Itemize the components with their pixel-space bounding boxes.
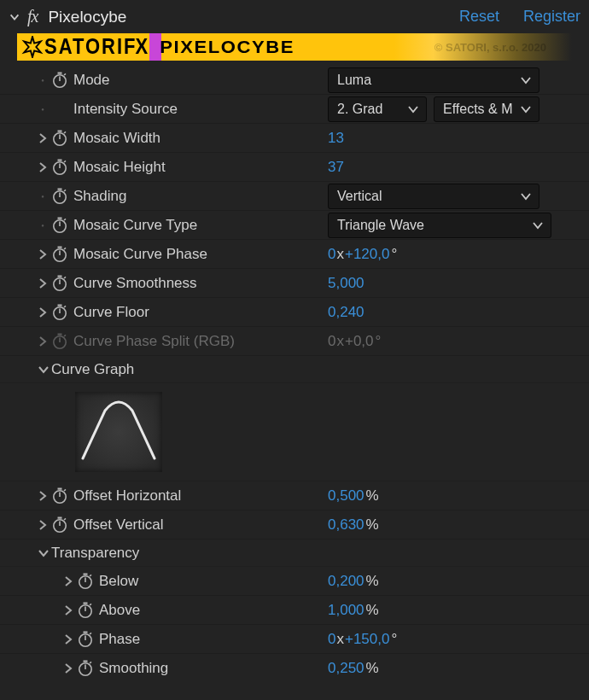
prop-curve-floor: Curve Floor 0,240: [0, 298, 589, 327]
stopwatch-icon[interactable]: [75, 572, 96, 591]
prop-label: Curve Floor: [70, 304, 149, 321]
prop-mosaic-curve-type: ● Mosaic Curve Type Triangle Wave: [0, 211, 589, 240]
intensity-layer-select[interactable]: 2. Grad: [328, 96, 427, 122]
prop-mosaic-curve-phase: Mosaic Curve Phase 0 x +120,0 °: [0, 240, 589, 269]
curve-graph: [75, 392, 162, 472]
intensity-scope-select[interactable]: Effects & M: [434, 96, 539, 122]
curve-type-select[interactable]: Triangle Wave: [328, 213, 551, 238]
banner-copyright: © SATORI, s.r.o. 2020: [434, 41, 546, 54]
value-rev[interactable]: 0: [328, 631, 335, 648]
prop-smoothing: Smoothing 0,250 %: [0, 654, 589, 683]
stopwatch-icon[interactable]: [50, 487, 70, 505]
dot-icon: ●: [36, 78, 50, 83]
stopwatch-icon[interactable]: [50, 187, 70, 206]
mode-select[interactable]: Luma: [328, 67, 539, 93]
prop-shading: ● Shading Vertical: [0, 182, 589, 211]
value-deg[interactable]: +120,0: [345, 246, 389, 263]
value-input[interactable]: 0,250: [328, 660, 364, 677]
unit-degree: °: [391, 631, 397, 648]
stopwatch-icon[interactable]: [75, 601, 96, 620]
prop-intensity-source: ● Intensity Source 2. Grad Effects & M: [0, 95, 589, 124]
value-input[interactable]: 37: [328, 159, 344, 176]
dot-icon: ●: [36, 223, 50, 228]
twirl-icon[interactable]: [36, 277, 50, 290]
twirl-icon[interactable]: [36, 518, 50, 532]
reset-link[interactable]: Reset: [459, 8, 499, 26]
prop-label: Intensity Source: [70, 101, 178, 118]
twirl-icon[interactable]: [61, 575, 75, 588]
prop-label: Curve Phase Split (RGB): [70, 333, 235, 350]
effect-header: fx Pixelocybe Reset Register: [0, 3, 589, 33]
value-input[interactable]: 1,000: [328, 602, 364, 619]
twirl-down-icon[interactable]: [36, 363, 50, 376]
twirl-icon[interactable]: [36, 335, 50, 348]
twirl-icon[interactable]: [61, 662, 75, 675]
prop-curve-phase-split: Curve Phase Split (RGB) 0 x +0,0 °: [0, 327, 589, 356]
twirl-icon[interactable]: [36, 306, 50, 319]
group-label: Transparency: [50, 545, 139, 562]
twirl-icon[interactable]: [61, 633, 75, 646]
value-input[interactable]: 0,630: [328, 516, 364, 534]
star-icon: [20, 35, 44, 59]
prop-label: Offset Vertical: [70, 516, 164, 534]
value-input[interactable]: 0,500: [328, 487, 364, 505]
unit-percent: %: [366, 573, 379, 590]
stopwatch-icon[interactable]: [75, 630, 96, 649]
register-link[interactable]: Register: [523, 8, 580, 26]
value-input[interactable]: 13: [328, 130, 344, 147]
stopwatch-icon: [50, 332, 70, 351]
fx-icon: fx: [27, 7, 41, 26]
value-sep: x: [336, 246, 344, 263]
value-deg[interactable]: +150,0: [345, 631, 389, 648]
prop-mode: ● Mode Luma: [0, 66, 589, 95]
prop-mosaic-width: Mosaic Width 13: [0, 124, 589, 153]
plugin-banner: SATORIFX PIXELOCYBE © SATORI, s.r.o. 202…: [17, 33, 572, 61]
stopwatch-icon[interactable]: [50, 129, 70, 148]
banner-brand: SATORIFX: [44, 34, 148, 60]
dot-icon: ●: [36, 107, 50, 112]
stopwatch-icon[interactable]: [50, 245, 70, 264]
banner-product: PIXELOCYBE: [160, 37, 294, 57]
twirl-icon[interactable]: [36, 131, 50, 145]
effect-panel: fx Pixelocybe Reset Register SATORIFX PI…: [0, 0, 589, 686]
curve-graph-container: [0, 383, 589, 481]
twirl-icon[interactable]: [36, 248, 50, 261]
stopwatch-icon[interactable]: [75, 659, 96, 678]
stopwatch-icon[interactable]: [50, 216, 70, 235]
stopwatch-icon[interactable]: [50, 158, 70, 177]
prop-below: Below 0,200 %: [0, 567, 589, 596]
prop-phase: Phase 0 x +150,0 °: [0, 625, 589, 654]
prop-above: Above 1,000 %: [0, 596, 589, 625]
twirl-icon[interactable]: [61, 604, 75, 617]
stopwatch-icon[interactable]: [50, 274, 70, 293]
value-input[interactable]: 5,000: [328, 275, 364, 292]
prop-label: Mosaic Width: [70, 130, 160, 147]
effect-collapse-toggle[interactable]: [9, 10, 20, 24]
value-input[interactable]: 0,200: [328, 573, 364, 590]
prop-label: Offset Horizontal: [70, 487, 181, 505]
prop-label: Mosaic Curve Phase: [70, 246, 207, 263]
effect-title[interactable]: Pixelocybe: [48, 8, 435, 26]
group-transparency[interactable]: Transparency: [0, 540, 589, 567]
prop-label: Below: [96, 573, 138, 590]
value-input[interactable]: 0,240: [328, 304, 364, 321]
prop-label: Smoothing: [96, 660, 168, 677]
prop-offset-horizontal: Offset Horizontal 0,500 %: [0, 481, 589, 510]
unit-percent: %: [366, 487, 379, 505]
stopwatch-icon[interactable]: [50, 516, 70, 534]
value-rev: 0: [328, 333, 335, 350]
prop-label: Mosaic Height: [70, 159, 166, 176]
unit-percent: %: [366, 660, 379, 677]
unit-percent: %: [366, 602, 379, 619]
twirl-icon[interactable]: [36, 160, 50, 174]
stopwatch-icon[interactable]: [50, 71, 70, 90]
prop-offset-vertical: Offset Vertical 0,630 %: [0, 510, 589, 540]
prop-label: Phase: [96, 631, 140, 648]
shading-select[interactable]: Vertical: [328, 184, 539, 209]
value-rev[interactable]: 0: [328, 246, 335, 263]
stopwatch-icon[interactable]: [50, 303, 70, 322]
twirl-down-icon[interactable]: [36, 546, 50, 560]
group-curve-graph[interactable]: Curve Graph: [0, 356, 589, 383]
prop-label: Mode: [70, 72, 110, 89]
twirl-icon[interactable]: [36, 489, 50, 503]
